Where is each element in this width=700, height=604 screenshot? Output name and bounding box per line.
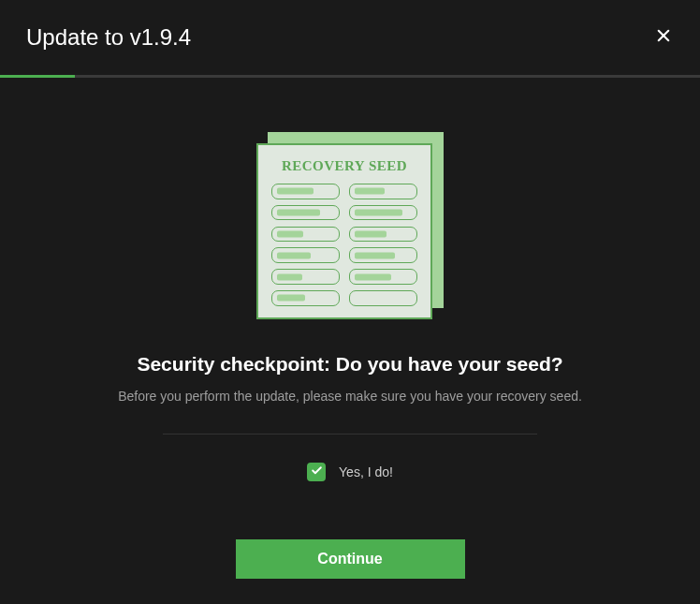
seed-word-slot [271, 247, 340, 263]
continue-button[interactable]: Continue [236, 539, 465, 579]
confirm-checkbox[interactable] [307, 463, 326, 481]
seed-word-grid [271, 184, 417, 306]
seed-word-slot [349, 269, 417, 285]
progress-bar [0, 75, 700, 78]
dialog-content: RECOVERY SEED Security checkpoint: Do yo… [0, 78, 700, 579]
seed-word-slot [349, 247, 417, 263]
seed-word-slot [349, 290, 417, 306]
seed-card-title: RECOVERY SEED [271, 158, 417, 174]
confirm-checkbox-label: Yes, I do! [339, 464, 393, 479]
seed-word-slot [271, 227, 340, 243]
confirm-checkbox-row[interactable]: Yes, I do! [307, 463, 393, 481]
close-icon [655, 27, 672, 48]
check-icon [311, 464, 323, 480]
dialog-header: Update to v1.9.4 [0, 0, 700, 75]
close-button[interactable] [653, 27, 674, 48]
progress-fill [0, 75, 75, 78]
recovery-seed-illustration: RECOVERY SEED [256, 132, 444, 319]
seed-word-slot [271, 290, 340, 306]
seed-word-slot [349, 205, 417, 221]
seed-word-slot [349, 184, 417, 199]
checkpoint-heading: Security checkpoint: Do you have your se… [137, 353, 562, 376]
checkpoint-subtext: Before you perform the update, please ma… [118, 389, 582, 404]
seed-card: RECOVERY SEED [256, 143, 432, 319]
seed-word-slot [271, 269, 340, 285]
dialog-title: Update to v1.9.4 [26, 24, 191, 51]
seed-word-slot [271, 184, 340, 199]
continue-button-label: Continue [317, 551, 382, 567]
seed-word-slot [349, 227, 417, 243]
divider [163, 434, 537, 435]
seed-word-slot [271, 205, 340, 221]
